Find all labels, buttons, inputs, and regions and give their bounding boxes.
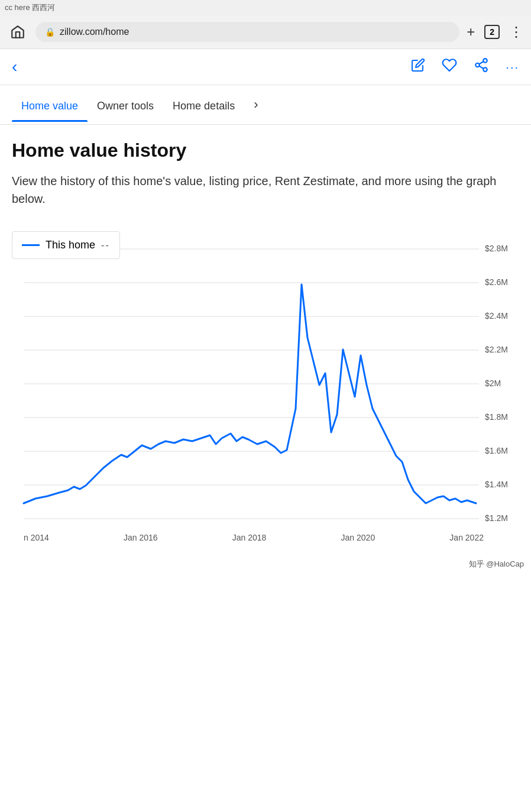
svg-line-3 xyxy=(480,66,484,69)
svg-text:$1.2M: $1.2M xyxy=(485,513,508,523)
toolbar-icons: ··· xyxy=(411,57,519,76)
browser-bar: 🔒 zillow.com/home + 2 ⋮ xyxy=(0,15,531,49)
svg-line-4 xyxy=(480,62,484,64)
tabs-container: Home value Owner tools Home details › xyxy=(0,85,531,125)
add-tab-button[interactable]: + xyxy=(467,24,475,40)
x-axis-labels: n 2014 Jan 2016 Jan 2018 Jan 2020 Jan 20… xyxy=(12,529,519,542)
svg-text:$2M: $2M xyxy=(485,378,501,388)
browser-home-button[interactable] xyxy=(7,21,28,43)
legend-dashes: -- xyxy=(101,240,110,251)
chart-wrapper: This home -- $2.8M $2.6M $2.4M $2.2M xyxy=(12,231,519,554)
chart-svg: $2.8M $2.6M $2.4M $2.2M $2M $1.8M $1.6M … xyxy=(12,231,519,527)
x-label-2020: Jan 2020 xyxy=(341,533,375,542)
address-text: zillow.com/home xyxy=(60,27,129,37)
back-button[interactable]: ‹ xyxy=(12,57,17,76)
x-label-2022: Jan 2022 xyxy=(449,533,484,542)
bottom-watermark: 知乎 @HaloCap xyxy=(0,554,531,574)
page-toolbar: ‹ ··· xyxy=(0,49,531,85)
svg-text:$2.6M: $2.6M xyxy=(485,277,508,287)
main-content: Home value history View the history of t… xyxy=(0,125,531,554)
svg-text:$1.8M: $1.8M xyxy=(485,412,508,422)
lock-icon: 🔒 xyxy=(45,27,55,37)
menu-button[interactable]: ⋮ xyxy=(509,24,524,40)
tabs-more-button[interactable]: › xyxy=(249,85,263,124)
share-icon[interactable] xyxy=(474,57,489,76)
tab-home-value[interactable]: Home value xyxy=(12,88,88,122)
legend-line-icon xyxy=(22,244,40,246)
browser-actions: + 2 ⋮ xyxy=(467,24,524,40)
chart-legend: This home -- xyxy=(12,231,120,259)
chart-svg-container: $2.8M $2.6M $2.4M $2.2M $2M $1.8M $1.6M … xyxy=(12,231,519,529)
tab-count[interactable]: 2 xyxy=(484,25,500,39)
tab-home-details[interactable]: Home details xyxy=(163,88,244,122)
edit-icon[interactable] xyxy=(411,58,425,76)
watermark-text: cc here 西西河 xyxy=(5,3,55,12)
svg-text:$2.4M: $2.4M xyxy=(485,311,508,321)
page-title: Home value history xyxy=(12,139,519,161)
address-bar[interactable]: 🔒 zillow.com/home xyxy=(35,22,459,42)
svg-text:$2.2M: $2.2M xyxy=(485,345,508,354)
watermark-bar: cc here 西西河 xyxy=(0,0,531,15)
favorite-icon[interactable] xyxy=(442,57,457,76)
svg-text:$1.4M: $1.4M xyxy=(485,480,508,489)
tab-owner-tools[interactable]: Owner tools xyxy=(88,88,163,122)
page-description: View the history of this home's value, l… xyxy=(12,172,519,208)
x-label-2014: n 2014 xyxy=(24,533,49,542)
svg-text:$2.8M: $2.8M xyxy=(485,244,508,253)
svg-text:$1.6M: $1.6M xyxy=(485,446,508,455)
bottom-watermark-text: 知乎 @HaloCap xyxy=(469,559,524,568)
legend-this-home: This home xyxy=(46,239,95,251)
x-label-2016: Jan 2016 xyxy=(124,533,158,542)
x-label-2018: Jan 2018 xyxy=(232,533,267,542)
more-options-icon[interactable]: ··· xyxy=(506,60,519,74)
